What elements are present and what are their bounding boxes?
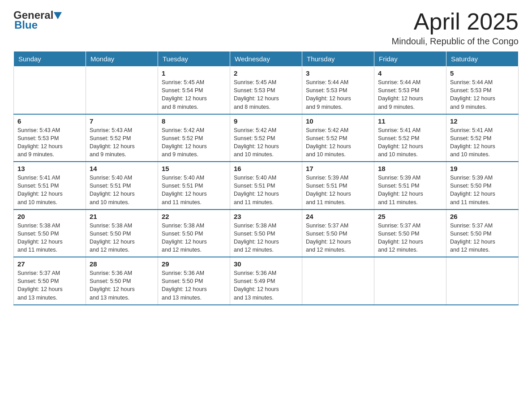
calendar-header-row: SundayMondayTuesdayWednesdayThursdayFrid… [14, 51, 519, 67]
calendar-cell: 14Sunrise: 5:40 AM Sunset: 5:51 PM Dayli… [86, 162, 158, 210]
day-info: Sunrise: 5:37 AM Sunset: 5:50 PM Dayligh… [306, 222, 370, 254]
day-number: 14 [90, 165, 154, 172]
page-subtitle: Mindouli, Republic of the Congo [391, 36, 519, 47]
calendar-week-row: 13Sunrise: 5:41 AM Sunset: 5:51 PM Dayli… [14, 162, 519, 210]
day-number: 28 [90, 260, 154, 268]
weekday-header: Monday [86, 51, 158, 67]
page-title: April 2025 [391, 9, 519, 34]
day-number: 29 [162, 260, 226, 268]
calendar-cell: 5Sunrise: 5:44 AM Sunset: 5:53 PM Daylig… [446, 67, 519, 114]
calendar-cell [446, 257, 519, 305]
day-info: Sunrise: 5:38 AM Sunset: 5:50 PM Dayligh… [162, 222, 226, 254]
calendar-cell: 16Sunrise: 5:40 AM Sunset: 5:51 PM Dayli… [230, 162, 302, 210]
logo: General Blue [13, 9, 64, 31]
calendar-cell: 29Sunrise: 5:36 AM Sunset: 5:50 PM Dayli… [158, 257, 230, 305]
calendar-cell: 12Sunrise: 5:41 AM Sunset: 5:52 PM Dayli… [446, 114, 519, 162]
page-header: General Blue April 2025 Mindouli, Republ… [13, 9, 519, 47]
day-number: 30 [234, 260, 298, 268]
day-info: Sunrise: 5:42 AM Sunset: 5:52 PM Dayligh… [306, 126, 370, 159]
day-info: Sunrise: 5:43 AM Sunset: 5:52 PM Dayligh… [90, 126, 154, 159]
day-number: 20 [17, 213, 82, 220]
day-info: Sunrise: 5:45 AM Sunset: 5:54 PM Dayligh… [162, 78, 226, 111]
calendar-cell: 24Sunrise: 5:37 AM Sunset: 5:50 PM Dayli… [302, 210, 374, 257]
calendar-cell: 7Sunrise: 5:43 AM Sunset: 5:52 PM Daylig… [86, 114, 158, 162]
weekday-header: Friday [374, 51, 446, 67]
calendar-cell: 3Sunrise: 5:44 AM Sunset: 5:53 PM Daylig… [302, 67, 374, 114]
day-number: 18 [378, 165, 442, 172]
day-number: 11 [378, 117, 442, 125]
weekday-header: Thursday [302, 51, 374, 67]
calendar-cell [302, 257, 374, 305]
day-info: Sunrise: 5:37 AM Sunset: 5:50 PM Dayligh… [378, 222, 442, 254]
day-number: 27 [17, 260, 82, 268]
day-number: 5 [450, 69, 515, 77]
calendar-week-row: 1Sunrise: 5:45 AM Sunset: 5:54 PM Daylig… [14, 67, 519, 114]
day-number: 23 [234, 213, 298, 220]
calendar-cell: 8Sunrise: 5:42 AM Sunset: 5:52 PM Daylig… [158, 114, 230, 162]
calendar-cell: 18Sunrise: 5:39 AM Sunset: 5:51 PM Dayli… [374, 162, 446, 210]
day-info: Sunrise: 5:37 AM Sunset: 5:50 PM Dayligh… [450, 222, 515, 254]
day-info: Sunrise: 5:44 AM Sunset: 5:53 PM Dayligh… [450, 78, 515, 111]
calendar-cell: 22Sunrise: 5:38 AM Sunset: 5:50 PM Dayli… [158, 210, 230, 257]
day-number: 19 [450, 165, 515, 172]
day-number: 24 [306, 213, 370, 220]
calendar-cell: 25Sunrise: 5:37 AM Sunset: 5:50 PM Dayli… [374, 210, 446, 257]
day-number: 4 [378, 69, 442, 77]
day-number: 7 [90, 117, 154, 125]
calendar-cell: 13Sunrise: 5:41 AM Sunset: 5:51 PM Dayli… [14, 162, 86, 210]
calendar-cell: 17Sunrise: 5:39 AM Sunset: 5:51 PM Dayli… [302, 162, 374, 210]
day-number: 15 [162, 165, 226, 172]
day-info: Sunrise: 5:36 AM Sunset: 5:50 PM Dayligh… [162, 269, 226, 302]
calendar-cell: 2Sunrise: 5:45 AM Sunset: 5:53 PM Daylig… [230, 67, 302, 114]
day-info: Sunrise: 5:36 AM Sunset: 5:49 PM Dayligh… [234, 269, 298, 302]
svg-marker-0 [54, 12, 62, 19]
calendar-cell: 19Sunrise: 5:39 AM Sunset: 5:50 PM Dayli… [446, 162, 519, 210]
calendar-cell [86, 67, 158, 114]
calendar-cell [14, 67, 86, 114]
day-number: 3 [306, 69, 370, 77]
day-info: Sunrise: 5:45 AM Sunset: 5:53 PM Dayligh… [234, 78, 298, 111]
day-info: Sunrise: 5:39 AM Sunset: 5:50 PM Dayligh… [450, 174, 515, 206]
day-info: Sunrise: 5:43 AM Sunset: 5:53 PM Dayligh… [17, 126, 82, 159]
day-number: 26 [450, 213, 515, 220]
calendar-cell: 15Sunrise: 5:40 AM Sunset: 5:51 PM Dayli… [158, 162, 230, 210]
day-info: Sunrise: 5:38 AM Sunset: 5:50 PM Dayligh… [90, 222, 154, 254]
calendar-cell: 11Sunrise: 5:41 AM Sunset: 5:52 PM Dayli… [374, 114, 446, 162]
calendar-cell: 28Sunrise: 5:36 AM Sunset: 5:50 PM Dayli… [86, 257, 158, 305]
day-info: Sunrise: 5:41 AM Sunset: 5:51 PM Dayligh… [17, 174, 82, 206]
day-info: Sunrise: 5:40 AM Sunset: 5:51 PM Dayligh… [234, 174, 298, 206]
calendar-week-row: 6Sunrise: 5:43 AM Sunset: 5:53 PM Daylig… [14, 114, 519, 162]
day-number: 10 [306, 117, 370, 125]
day-info: Sunrise: 5:38 AM Sunset: 5:50 PM Dayligh… [234, 222, 298, 254]
logo-blue: Blue [14, 19, 38, 31]
day-info: Sunrise: 5:44 AM Sunset: 5:53 PM Dayligh… [306, 78, 370, 111]
logo-triangle-icon [54, 10, 64, 20]
day-number: 13 [17, 165, 82, 172]
weekday-header: Wednesday [230, 51, 302, 67]
calendar-week-row: 27Sunrise: 5:37 AM Sunset: 5:50 PM Dayli… [14, 257, 519, 305]
calendar-cell: 26Sunrise: 5:37 AM Sunset: 5:50 PM Dayli… [446, 210, 519, 257]
day-number: 21 [90, 213, 154, 220]
day-number: 12 [450, 117, 515, 125]
calendar-table: SundayMondayTuesdayWednesdayThursdayFrid… [13, 51, 519, 305]
day-info: Sunrise: 5:40 AM Sunset: 5:51 PM Dayligh… [90, 174, 154, 206]
day-number: 25 [378, 213, 442, 220]
day-number: 16 [234, 165, 298, 172]
day-info: Sunrise: 5:39 AM Sunset: 5:51 PM Dayligh… [378, 174, 442, 206]
day-number: 8 [162, 117, 226, 125]
calendar-cell: 20Sunrise: 5:38 AM Sunset: 5:50 PM Dayli… [14, 210, 86, 257]
day-number: 9 [234, 117, 298, 125]
day-info: Sunrise: 5:39 AM Sunset: 5:51 PM Dayligh… [306, 174, 370, 206]
day-info: Sunrise: 5:38 AM Sunset: 5:50 PM Dayligh… [17, 222, 82, 254]
day-info: Sunrise: 5:44 AM Sunset: 5:53 PM Dayligh… [378, 78, 442, 111]
day-number: 2 [234, 69, 298, 77]
calendar-week-row: 20Sunrise: 5:38 AM Sunset: 5:50 PM Dayli… [14, 210, 519, 257]
title-block: April 2025 Mindouli, Republic of the Con… [391, 9, 519, 47]
day-info: Sunrise: 5:41 AM Sunset: 5:52 PM Dayligh… [378, 126, 442, 159]
calendar-cell: 21Sunrise: 5:38 AM Sunset: 5:50 PM Dayli… [86, 210, 158, 257]
calendar-cell: 30Sunrise: 5:36 AM Sunset: 5:49 PM Dayli… [230, 257, 302, 305]
day-number: 22 [162, 213, 226, 220]
calendar-cell: 27Sunrise: 5:37 AM Sunset: 5:50 PM Dayli… [14, 257, 86, 305]
day-info: Sunrise: 5:42 AM Sunset: 5:52 PM Dayligh… [234, 126, 298, 159]
calendar-cell: 6Sunrise: 5:43 AM Sunset: 5:53 PM Daylig… [14, 114, 86, 162]
